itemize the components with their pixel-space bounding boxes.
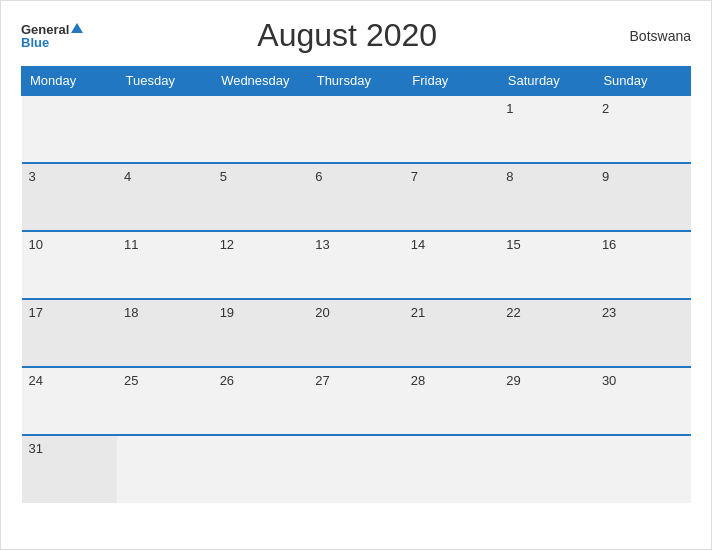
day-number: 31	[29, 441, 43, 456]
calendar-day-cell: 18	[117, 299, 213, 367]
day-number: 13	[315, 237, 329, 252]
calendar-day-cell: 27	[308, 367, 404, 435]
calendar-day-cell: 1	[499, 95, 595, 163]
calendar-day-cell: 3	[22, 163, 118, 231]
weekday-header-sunday: Sunday	[595, 67, 691, 96]
calendar-day-cell: 23	[595, 299, 691, 367]
calendar-day-cell: 13	[308, 231, 404, 299]
calendar-day-cell: 2	[595, 95, 691, 163]
calendar-day-cell	[117, 435, 213, 503]
day-number: 5	[220, 169, 227, 184]
day-number: 18	[124, 305, 138, 320]
calendar-day-cell: 5	[213, 163, 309, 231]
day-number: 14	[411, 237, 425, 252]
calendar-week-row: 17181920212223	[22, 299, 691, 367]
calendar-day-cell: 29	[499, 367, 595, 435]
calendar-day-cell: 8	[499, 163, 595, 231]
weekday-header-saturday: Saturday	[499, 67, 595, 96]
logo-blue-text: Blue	[21, 36, 49, 49]
calendar-week-row: 3456789	[22, 163, 691, 231]
calendar-week-row: 24252627282930	[22, 367, 691, 435]
calendar-header: General Blue August 2020 Botswana	[21, 17, 691, 54]
weekday-header-friday: Friday	[404, 67, 500, 96]
calendar-day-cell	[117, 95, 213, 163]
logo: General Blue	[21, 23, 83, 49]
calendar-container: General Blue August 2020 Botswana Monday…	[0, 0, 712, 550]
calendar-day-cell: 28	[404, 367, 500, 435]
logo-general-text: General	[21, 23, 69, 36]
calendar-day-cell	[595, 435, 691, 503]
calendar-week-row: 12	[22, 95, 691, 163]
calendar-day-cell: 19	[213, 299, 309, 367]
weekday-header-wednesday: Wednesday	[213, 67, 309, 96]
day-number: 27	[315, 373, 329, 388]
calendar-day-cell: 31	[22, 435, 118, 503]
day-number: 4	[124, 169, 131, 184]
calendar-day-cell	[213, 95, 309, 163]
day-number: 10	[29, 237, 43, 252]
day-number: 8	[506, 169, 513, 184]
calendar-day-cell: 24	[22, 367, 118, 435]
day-number: 30	[602, 373, 616, 388]
calendar-day-cell	[308, 435, 404, 503]
day-number: 11	[124, 237, 138, 252]
calendar-body: 1234567891011121314151617181920212223242…	[22, 95, 691, 503]
calendar-week-row: 31	[22, 435, 691, 503]
calendar-table: MondayTuesdayWednesdayThursdayFridaySatu…	[21, 66, 691, 503]
day-number: 25	[124, 373, 138, 388]
calendar-day-cell: 7	[404, 163, 500, 231]
calendar-day-cell: 17	[22, 299, 118, 367]
calendar-day-cell: 30	[595, 367, 691, 435]
day-number: 22	[506, 305, 520, 320]
day-number: 6	[315, 169, 322, 184]
country-label: Botswana	[611, 28, 691, 44]
calendar-day-cell: 22	[499, 299, 595, 367]
calendar-day-cell	[22, 95, 118, 163]
calendar-day-cell: 11	[117, 231, 213, 299]
day-number: 17	[29, 305, 43, 320]
weekday-header-tuesday: Tuesday	[117, 67, 213, 96]
day-number: 20	[315, 305, 329, 320]
day-number: 23	[602, 305, 616, 320]
calendar-day-cell: 25	[117, 367, 213, 435]
day-number: 3	[29, 169, 36, 184]
calendar-day-cell: 16	[595, 231, 691, 299]
logo-triangle-icon	[71, 23, 83, 33]
calendar-day-cell: 9	[595, 163, 691, 231]
day-number: 7	[411, 169, 418, 184]
calendar-day-cell: 20	[308, 299, 404, 367]
day-number: 29	[506, 373, 520, 388]
day-number: 15	[506, 237, 520, 252]
month-title: August 2020	[83, 17, 611, 54]
day-number: 2	[602, 101, 609, 116]
calendar-day-cell	[499, 435, 595, 503]
day-number: 12	[220, 237, 234, 252]
day-number: 26	[220, 373, 234, 388]
calendar-thead: MondayTuesdayWednesdayThursdayFridaySatu…	[22, 67, 691, 96]
day-number: 9	[602, 169, 609, 184]
calendar-day-cell	[213, 435, 309, 503]
calendar-day-cell: 21	[404, 299, 500, 367]
calendar-day-cell: 6	[308, 163, 404, 231]
day-number: 21	[411, 305, 425, 320]
calendar-day-cell: 10	[22, 231, 118, 299]
day-number: 28	[411, 373, 425, 388]
calendar-day-cell: 26	[213, 367, 309, 435]
calendar-day-cell	[308, 95, 404, 163]
calendar-day-cell: 12	[213, 231, 309, 299]
day-number: 1	[506, 101, 513, 116]
weekday-header-thursday: Thursday	[308, 67, 404, 96]
calendar-day-cell: 14	[404, 231, 500, 299]
calendar-day-cell: 15	[499, 231, 595, 299]
calendar-day-cell	[404, 435, 500, 503]
day-number: 19	[220, 305, 234, 320]
calendar-week-row: 10111213141516	[22, 231, 691, 299]
weekday-header-monday: Monday	[22, 67, 118, 96]
calendar-day-cell	[404, 95, 500, 163]
calendar-day-cell: 4	[117, 163, 213, 231]
day-number: 16	[602, 237, 616, 252]
weekday-header-row: MondayTuesdayWednesdayThursdayFridaySatu…	[22, 67, 691, 96]
day-number: 24	[29, 373, 43, 388]
